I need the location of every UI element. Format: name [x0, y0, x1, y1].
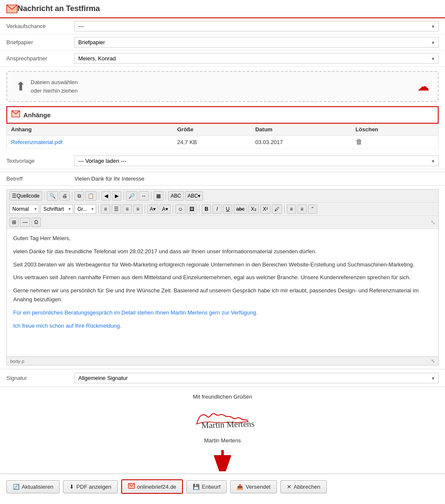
ansprechpartner-select-wrapper[interactable]: Meiers, Konrad: [74, 53, 439, 64]
hr-button[interactable]: —: [20, 218, 30, 227]
editor-para-4: Uns vertrauen seit Jahren namhafte Firme…: [13, 273, 432, 282]
resize-handle[interactable]: ⤡: [431, 219, 436, 226]
textvorlage-row: Textvorlage --- Vorlage laden ---: [0, 153, 445, 169]
image-button[interactable]: 🖼: [187, 204, 197, 214]
style-select[interactable]: Normal: [9, 204, 39, 214]
signature-name: Martin Mertens: [6, 437, 439, 444]
emoticons-button[interactable]: ☺: [175, 204, 185, 214]
attachment-size: 24,7 KB: [173, 136, 251, 149]
verkaufschance-label: Verkaufschance: [6, 23, 74, 29]
subscript-button[interactable]: X₂: [248, 204, 259, 214]
editor-content[interactable]: Guten Tag Herr Meiers, vielen Danke für …: [7, 229, 438, 357]
versendet-button[interactable]: 📤 Versendet: [230, 480, 277, 493]
aktualisieren-icon: 🔄: [13, 484, 20, 490]
table-button[interactable]: ▦: [154, 191, 163, 201]
upload-left: ⬆ Dateien auswählen oder hierhin ziehen: [16, 78, 78, 95]
ansprechpartner-select[interactable]: Meiers, Konrad: [74, 53, 439, 64]
toolbar-separator5: [151, 192, 151, 200]
col-datum: Datum: [251, 124, 351, 136]
signature-image-area: Martin Mertens: [6, 406, 439, 431]
signatur-row: Signatur Allgemeine Signatur: [0, 369, 445, 387]
bold-button[interactable]: B: [202, 204, 211, 214]
align-justify-button[interactable]: ≡: [133, 204, 143, 214]
size-select[interactable]: Gr...: [74, 204, 96, 214]
textvorlage-select[interactable]: --- Vorlage laden ---: [74, 156, 439, 166]
size-select-wrapper[interactable]: Gr... ▼: [74, 204, 96, 214]
superscript-button[interactable]: X²: [260, 204, 271, 214]
align-right-button[interactable]: ≡: [123, 204, 132, 214]
entwurf-button[interactable]: 💾 Entwurf: [186, 480, 227, 493]
replace-button[interactable]: ↔: [139, 191, 149, 201]
pdf-anzeigen-button[interactable]: ⬇ PDF anzeigen: [63, 480, 117, 493]
upload-icon: ⬆: [16, 79, 26, 93]
toolbar-separator2: [72, 192, 72, 200]
textvorlage-label: Textvorlage: [6, 158, 74, 164]
align-center-button[interactable]: ☰: [111, 204, 121, 214]
verkaufschance-select-wrapper[interactable]: ---: [74, 21, 439, 31]
spellcheck1-button[interactable]: ABC: [168, 191, 184, 201]
copy-button[interactable]: ⧉: [74, 191, 84, 201]
signatur-select[interactable]: Allgemeine Signatur: [74, 373, 439, 383]
attach-envelope-icon: [11, 110, 20, 117]
entwurf-label: Entwurf: [202, 484, 220, 490]
list-unordered-button[interactable]: ≡: [287, 204, 296, 214]
font-select-wrapper[interactable]: Schriftart ▼: [40, 204, 73, 214]
editor-link-1[interactable]: Für ein persönliches Beratungsgespräch i…: [13, 309, 257, 316]
align-left-button[interactable]: ≡: [101, 204, 110, 214]
strikethrough-button[interactable]: abc: [234, 204, 247, 214]
editor-para-3: Seit 2003 beraten wir als Werbeagentur f…: [13, 260, 432, 269]
toolbar-row3: ⊞ — Ω ⤡: [7, 216, 438, 229]
attachments-section: Anhänge Anhang Größe Datum Löschen Refer…: [6, 106, 439, 149]
toolbar-separator8: [145, 205, 145, 213]
italic-button[interactable]: I: [212, 204, 222, 214]
signature-greeting: Mit freundlichen Grüßen: [6, 394, 439, 400]
attachment-link[interactable]: Referenzmaterial.pdf: [11, 139, 63, 145]
verkaufschance-select[interactable]: ---: [74, 21, 439, 31]
bg-color-button[interactable]: A▾: [160, 204, 171, 214]
font-color-button[interactable]: A▾: [147, 204, 158, 214]
editor-resize-icon[interactable]: ⤡: [431, 358, 435, 364]
signature-block: Mit freundlichen Grüßen Martin Mertens M…: [0, 387, 445, 450]
aktualisieren-button[interactable]: 🔄 Aktualisieren: [6, 480, 60, 493]
print-button[interactable]: 🖨: [60, 191, 70, 201]
upload-area[interactable]: ⬆ Dateien auswählen oder hierhin ziehen …: [6, 71, 439, 102]
pdf-anzeigen-label: PDF anzeigen: [76, 484, 111, 490]
find-button[interactable]: 🔎: [126, 191, 137, 201]
clear-format-button[interactable]: 🖊: [272, 204, 282, 214]
underline-button[interactable]: U: [223, 204, 232, 214]
attachments-title: Anhänge: [23, 111, 51, 119]
font-select[interactable]: Schriftart: [40, 204, 73, 214]
briefpapier-select[interactable]: Briefpapier: [74, 37, 439, 48]
list-ordered-button[interactable]: ≡: [297, 204, 307, 214]
signatur-select-wrapper[interactable]: Allgemeine Signatur: [74, 373, 439, 383]
textvorlage-select-wrapper[interactable]: --- Vorlage laden ---: [74, 156, 439, 166]
attachment-delete[interactable]: 🗑: [351, 136, 439, 149]
briefpapier-select-wrapper[interactable]: Briefpapier: [74, 37, 439, 48]
versendet-icon: 📤: [237, 484, 243, 490]
editor-container: ☰ Quellcode 🔍 🖨 ⧉ 📋 ◀ ▶ 🔎 ↔ ▦ ABC ABC▾ N…: [6, 189, 439, 365]
versendet-label: Versendet: [245, 484, 271, 490]
pdf-icon: ⬇: [69, 484, 74, 490]
upload-text-line2: oder hierhin ziehen: [31, 87, 78, 95]
attachments-icon: [11, 110, 20, 119]
redo-button[interactable]: ▶: [112, 191, 121, 201]
editor-para-1: Guten Tag Herr Meiers,: [13, 234, 432, 243]
page-header: Nachricht an Testfirma: [0, 0, 445, 18]
paste-button[interactable]: 📋: [85, 191, 97, 201]
onlinebrief24-button[interactable]: onlinebrief24.de: [121, 479, 183, 494]
spellcheck2-button[interactable]: ABC▾: [185, 191, 203, 201]
editor-para-6: Für ein persönliches Beratungsgespräch i…: [13, 309, 432, 317]
abbrechen-button[interactable]: ✕ Abbrechen: [280, 480, 327, 493]
delete-icon[interactable]: 🗑: [356, 138, 362, 145]
editor-link-2[interactable]: Ich freue mich schon auf Ihre Rückmeldun…: [13, 323, 121, 329]
quellcode-button[interactable]: ☰ Quellcode: [9, 191, 42, 201]
send-icon-svg: [128, 483, 135, 489]
annotation-arrow-down: [0, 450, 445, 471]
blockquote-button[interactable]: ": [308, 204, 317, 214]
print-preview-button[interactable]: 🔍: [47, 191, 58, 201]
undo-button[interactable]: ◀: [101, 191, 111, 201]
omega-button[interactable]: Ω: [31, 218, 41, 227]
style-select-wrapper[interactable]: Normal ▼: [9, 204, 39, 214]
aktualisieren-label: Aktualisieren: [22, 484, 53, 490]
table2-button[interactable]: ⊞: [9, 218, 19, 227]
